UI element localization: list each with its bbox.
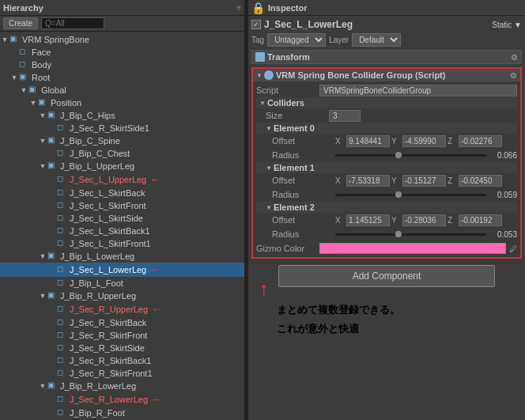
tree-item-label-j-sec-r-skirtback: J_Sec_R_SkirtBack — [70, 318, 146, 327]
element2-offset-xyz: X Y Z — [335, 214, 517, 226]
tree-item-label-j-sec-l-skirtback1: J_Sec_L_SkirtBack1 — [70, 226, 150, 236]
tree-item-j-bip-r-lowerleg[interactable]: ▼▣J_Bip_R_LowerLeg — [0, 380, 244, 392]
vrm-script-icon — [264, 70, 274, 80]
hierarchy-tree: ▼▣VRM SpringBone◻Face◻Body▼▣Root▼▣Global… — [0, 32, 244, 420]
vrm-collapse-icon: ▼ — [256, 72, 262, 79]
element2-x-input[interactable] — [346, 214, 390, 226]
up-arrow-icon: ↑ — [259, 279, 269, 298]
up-arrow-container: ↑ — [259, 279, 269, 298]
element2-radius-slider[interactable] — [335, 233, 486, 236]
tree-item-label-j-sec-r-skirtside1: J_Sec_R_SkirtSide1 — [70, 123, 149, 133]
inspector-title: Inspector — [268, 3, 308, 13]
tree-item-j-sec-r-skirtside1[interactable]: ◻J_Sec_R_SkirtSide1 — [0, 122, 244, 134]
add-component-button[interactable]: Add Component — [278, 265, 495, 287]
vrm-script-body: Script ▼ Colliders Size ▼ — [253, 81, 520, 257]
tree-item-j-sec-r-skirtside2[interactable]: ◻J_Sec_R_SkirtSide — [0, 342, 244, 354]
static-badge[interactable]: Static ▼ — [492, 21, 522, 29]
element2-radius-value: 0.053 — [489, 230, 517, 239]
tag-select[interactable]: Untagged — [267, 33, 326, 47]
element0-z-label: Z — [448, 137, 457, 146]
tree-item-vrm-spring-bone[interactable]: ▼▣VRM SpringBone — [0, 33, 244, 46]
annotation-text-container: まとめて複数登録できる。 これが意外と快適 — [277, 303, 400, 336]
element0-y-input[interactable] — [402, 135, 446, 147]
element2-header[interactable]: ▼ Element 2 — [256, 202, 517, 213]
inspector-header: 🔒 Inspector — [248, 0, 525, 16]
tree-item-j-bip-c-chest[interactable]: ◻J_Bip_C_Chest — [0, 147, 244, 160]
tree-item-label-j-bip-c-spine: J_Bip_C_Spine — [60, 136, 120, 146]
element1-radius-row: Radius 0.059 — [256, 187, 517, 202]
element0-header[interactable]: ▼ Element 0 — [256, 123, 517, 134]
eyedropper-icon[interactable]: 🖊 — [509, 244, 517, 253]
tree-item-j-sec-l-upperleg[interactable]: ◻J_Sec_L_UpperLeg← — [0, 172, 244, 187]
element0-radius-label: Radius — [272, 150, 335, 160]
vrm-settings-icon[interactable]: ⚙ — [510, 71, 517, 80]
colliders-section-header[interactable]: ▼ Colliders — [256, 97, 517, 108]
tree-item-j-sec-r-skirtback[interactable]: ◻J_Sec_R_SkirtBack — [0, 316, 244, 329]
annotation-line2: これが意外と快適 — [277, 322, 400, 336]
hierarchy-search[interactable] — [41, 17, 104, 29]
annotation-area: ↑ まとめて複数登録できる。 これが意外と快適 — [251, 303, 522, 336]
script-ref-input[interactable] — [319, 85, 517, 96]
gizmo-color-row: Gizmo Color 🖊 — [256, 241, 517, 255]
element0-z-input[interactable] — [459, 135, 502, 147]
tree-item-label-j-bip-l-foot: J_Bip_L_Foot — [70, 278, 123, 288]
tree-item-face[interactable]: ◻Face — [0, 46, 244, 59]
tree-item-j-sec-l-skirtback[interactable]: ◻J_Sec_L_SkirtBack — [0, 187, 244, 199]
tree-item-j-bip-l-foot[interactable]: ◻J_Bip_L_Foot — [0, 277, 244, 289]
hierarchy-header: Hierarchy ≡ — [0, 0, 244, 16]
lock-icon: 🔒 — [251, 2, 265, 14]
tree-item-j-bip-l-lowerleg[interactable]: ▼▣J_Bip_L_LowerLeg — [0, 250, 244, 263]
element0-radius-slider[interactable] — [335, 154, 486, 157]
element2-z-input[interactable] — [459, 214, 502, 226]
vrm-script-header[interactable]: ▼ VRM Spring Bone Collider Group (Script… — [253, 69, 520, 81]
annotation-line1: まとめて複数登録できる。 — [277, 303, 400, 317]
tree-item-j-sec-l-skirtfront[interactable]: ◻J_Sec_L_SkirtFront — [0, 199, 244, 212]
object-active-checkbox[interactable] — [251, 20, 261, 29]
element1-radius-value: 0.059 — [489, 191, 517, 199]
colliders-collapse-icon: ▼ — [259, 100, 266, 107]
element1-x-input[interactable] — [346, 175, 390, 187]
inspector-content: Static ▼ Tag Untagged Layer Default Tran… — [248, 16, 525, 420]
tree-item-j-sec-l-skirtfront1[interactable]: ◻J_Sec_L_SkirtFront1 — [0, 237, 244, 250]
tree-item-j-sec-r-upperleg[interactable]: ◻J_Sec_R_UpperLeg← — [0, 302, 244, 316]
tree-item-j-bip-l-upperleg[interactable]: ▼▣J_Bip_L_UpperLeg — [0, 160, 244, 172]
object-name-input[interactable] — [264, 19, 489, 30]
annotation-with-arrow: ↑ まとめて複数登録できる。 これが意外と快適 — [259, 303, 522, 336]
tree-item-j-sec-l-lowerleg[interactable]: ◻J_Sec_L_LowerLeg← — [0, 263, 244, 277]
tree-item-j-sec-r-skirtfront[interactable]: ◻J_Sec_R_SkirtFront — [0, 329, 244, 342]
element2-label: Element 2 — [274, 202, 315, 212]
tree-item-j-sec-r-lowerleg[interactable]: ◻J_Sec_R_LowerLeg← — [0, 392, 244, 407]
vrm-script-title: VRM Spring Bone Collider Group (Script) — [276, 70, 510, 80]
element1-header[interactable]: ▼ Element 1 — [256, 162, 517, 173]
tree-item-label-global: Global — [41, 85, 66, 95]
tree-item-j-bip-c-spine[interactable]: ▼▣J_Bip_C_Spine — [0, 134, 244, 147]
tree-item-j-bip-r-upperleg[interactable]: ▼▣J_Bip_R_UpperLeg — [0, 289, 244, 302]
tree-item-j-sec-l-skirtback1[interactable]: ◻J_Sec_L_SkirtBack1 — [0, 225, 244, 237]
create-button[interactable]: Create — [3, 17, 38, 29]
tree-item-j-bip-r-foot[interactable]: ◻J_Bip_R_Foot — [0, 407, 244, 419]
tree-item-j-bip-c-hips[interactable]: ▼▣J_Bip_C_Hips — [0, 109, 244, 122]
element2-offset-row: Offset X Y Z — [256, 213, 517, 227]
tree-item-j-sec-l-skirtside[interactable]: ◻J_Sec_L_SkirtSide — [0, 212, 244, 225]
element1-radius-slider[interactable] — [335, 194, 486, 196]
tree-item-j-sec-r-skirtfront1[interactable]: ◻J_Sec_R_SkirtFront1 — [0, 367, 244, 380]
tree-item-j-sec-r-skirtback1[interactable]: ◻J_Sec_R_SkirtBack1 — [0, 354, 244, 367]
element2-y-input[interactable] — [402, 214, 446, 226]
tree-item-label-j-sec-l-skirtside: J_Sec_L_SkirtSide — [70, 214, 143, 223]
element0-x-input[interactable] — [346, 135, 390, 147]
tree-item-root[interactable]: ▼▣Root — [0, 71, 244, 84]
transform-settings-icon[interactable]: ⚙ — [511, 53, 518, 62]
gizmo-color-swatch[interactable] — [319, 243, 506, 254]
element1-radius-label: Radius — [272, 190, 335, 199]
transform-header[interactable]: Transform ⚙ — [252, 51, 521, 63]
tree-item-position[interactable]: ▼▣Position — [0, 96, 244, 109]
tree-item-global[interactable]: ▼▣Global — [0, 84, 244, 96]
tree-item-label-j-sec-l-skirtfront1: J_Sec_L_SkirtFront1 — [70, 239, 151, 248]
element1-y-input[interactable] — [402, 175, 446, 187]
tree-item-body[interactable]: ◻Body — [0, 59, 244, 71]
size-input[interactable] — [329, 110, 361, 122]
element1-z-input[interactable] — [459, 175, 502, 187]
tree-item-label-root: Root — [32, 73, 50, 82]
tree-item-label-j-bip-r-foot: J_Bip_R_Foot — [70, 408, 125, 418]
layer-select[interactable]: Default — [352, 33, 401, 47]
